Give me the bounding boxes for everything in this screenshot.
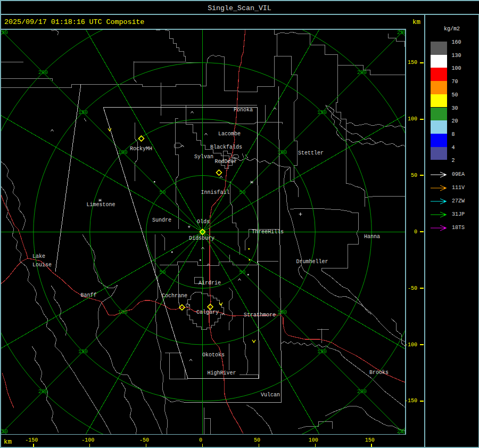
svg-text:100: 100	[118, 150, 128, 156]
svg-text:50: 50	[239, 270, 245, 275]
svg-text:150: 150	[78, 349, 88, 355]
svg-text:50: 50	[160, 190, 166, 196]
svg-text:200: 200	[38, 70, 48, 76]
svg-text:100: 100	[118, 309, 128, 315]
svg-text:200: 200	[38, 389, 48, 395]
svg-text:150: 150	[317, 110, 327, 116]
svg-text:50: 50	[160, 270, 166, 275]
svg-text:150: 150	[317, 349, 327, 355]
svg-text:100: 100	[277, 150, 287, 156]
svg-text:250: 250	[0, 30, 8, 36]
svg-text:200: 200	[357, 70, 367, 76]
svg-text:50: 50	[239, 190, 245, 196]
svg-text:200: 200	[357, 389, 367, 395]
svg-text:150: 150	[78, 110, 88, 116]
svg-text:100: 100	[277, 309, 287, 315]
